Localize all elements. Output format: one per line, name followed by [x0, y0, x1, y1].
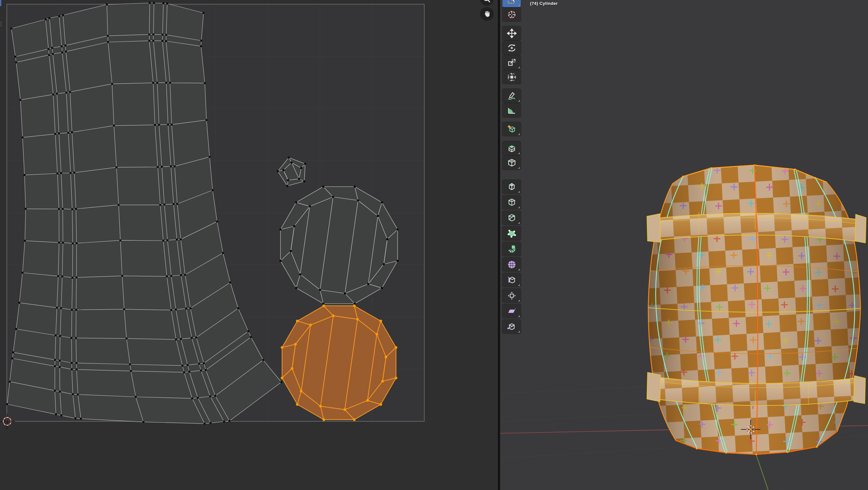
tool-button-bevel[interactable] [502, 180, 521, 194]
uv-vertex[interactable] [396, 228, 399, 231]
uv-vertex[interactable] [396, 260, 399, 262]
uv-vertex[interactable] [123, 308, 125, 310]
uv-vertex[interactable] [21, 272, 23, 274]
uv-vertex[interactable] [56, 172, 58, 174]
uv-vertex[interactable] [304, 163, 306, 165]
uv-vertex[interactable] [262, 359, 264, 361]
uv-vertex[interactable] [175, 308, 177, 311]
uv-vertex[interactable] [223, 420, 225, 422]
uv-vertex[interactable] [322, 304, 325, 307]
uv-vertex[interactable] [23, 174, 25, 176]
uv-vertex[interactable] [173, 203, 175, 205]
uv-vertex[interactable] [142, 421, 144, 423]
uv-vertex[interactable] [286, 185, 288, 187]
tool-button-transform[interactable] [502, 70, 521, 84]
uv-vertex[interactable] [70, 337, 72, 339]
uv-island-cap-top[interactable] [279, 186, 399, 305]
uv-vertex[interactable] [61, 52, 63, 54]
pane-divider[interactable] [498, 0, 500, 490]
uv-vertex[interactable] [322, 186, 324, 188]
uv-vertex[interactable] [281, 346, 283, 349]
uv-vertex[interactable] [163, 203, 165, 205]
uv-vertex[interactable] [165, 81, 167, 84]
uv-vertex[interactable] [367, 283, 370, 285]
uv-vertex[interactable] [59, 359, 61, 361]
uv-vertex[interactable] [152, 40, 154, 42]
uv-vertex[interactable] [71, 368, 72, 370]
uv-vertex[interactable] [379, 403, 382, 406]
uv-vertex[interactable] [210, 422, 212, 424]
uv-vertex[interactable] [73, 172, 75, 173]
uv-vertex[interactable] [332, 196, 334, 198]
tool-button-rotate[interactable] [502, 41, 521, 55]
uv-vertex[interactable] [54, 390, 56, 392]
uv-vertex[interactable] [60, 307, 62, 309]
uv-vertex[interactable] [294, 343, 297, 346]
uv-vertex[interactable] [191, 397, 193, 399]
uv-vertex[interactable] [237, 307, 239, 309]
uv-vertex[interactable] [129, 363, 131, 365]
uv-vertex[interactable] [21, 136, 23, 138]
tool-button-rip-region[interactable] [502, 320, 521, 334]
uv-vertex[interactable] [279, 228, 282, 231]
uv-vertex[interactable] [72, 242, 73, 244]
uv-vertex[interactable] [309, 205, 311, 207]
uv-vertex[interactable] [353, 304, 355, 307]
uv-vertex[interactable] [356, 318, 359, 320]
uv-vertex[interactable] [52, 53, 54, 55]
uv-vertex[interactable] [353, 302, 356, 305]
uv-vertex[interactable] [191, 337, 193, 339]
uv-vertex[interactable] [295, 201, 297, 203]
uv-vertex[interactable] [170, 275, 172, 277]
uv-vertex[interactable] [309, 324, 312, 326]
tool-button-shrink-fatten[interactable] [502, 289, 521, 302]
tool-button-scale[interactable] [502, 55, 521, 69]
uv-vertex[interactable] [167, 123, 169, 125]
uv-vertex[interactable] [58, 208, 60, 210]
tool-button-annotate[interactable] [502, 89, 521, 103]
uv-vertex[interactable] [203, 12, 205, 14]
uv-vertex[interactable] [75, 362, 78, 364]
uv-vertex[interactable] [353, 186, 356, 188]
uv-vertex[interactable] [157, 166, 159, 168]
tool-button-tweak-select-box[interactable] [502, 0, 521, 7]
uv-vertex[interactable] [74, 418, 76, 419]
uv-pan-gizmo[interactable] [480, 7, 494, 21]
uv-vertex[interactable] [107, 41, 109, 43]
tool-button-measure[interactable] [502, 103, 521, 117]
uv-vertex[interactable] [67, 132, 69, 134]
uv-vertex[interactable] [71, 276, 73, 279]
uv-vertex[interactable] [295, 287, 297, 289]
uv-vertex[interactable] [381, 201, 383, 203]
uv-vertex[interactable] [205, 369, 207, 371]
uv-vertex[interactable] [195, 336, 197, 338]
uv-vertex[interactable] [115, 166, 117, 168]
uv-toolbar-collapsed-tab[interactable] [0, 21, 3, 27]
uv-island-cap-bottom-selected[interactable] [281, 304, 397, 421]
uv-vertex[interactable] [165, 34, 167, 36]
uv-vertex[interactable] [200, 39, 202, 41]
uv-vertex[interactable] [319, 405, 322, 407]
uv-vertex[interactable] [48, 17, 50, 19]
uv-vertex[interactable] [161, 166, 163, 168]
tool-button-shear[interactable] [502, 304, 521, 318]
uv-vertex[interactable] [386, 238, 389, 240]
uv-vertex[interactable] [56, 307, 58, 308]
uv-vertex[interactable] [121, 275, 123, 277]
uv-vertex[interactable] [61, 275, 63, 277]
uv-vertex[interactable] [25, 208, 27, 210]
tool-button-loop-cut[interactable] [502, 195, 521, 209]
uv-vertex[interactable] [55, 413, 57, 415]
uv-vertex[interactable] [58, 241, 60, 243]
uv-vertex[interactable] [12, 351, 14, 353]
uv-vertex[interactable] [154, 124, 156, 126]
uv-vertex[interactable] [298, 178, 300, 180]
tool-button-extrude-region[interactable] [502, 141, 521, 155]
uv-vertex[interactable] [200, 369, 202, 371]
uv-vertex[interactable] [72, 393, 74, 395]
uv-vertex[interactable] [395, 377, 397, 379]
uv-vertex[interactable] [206, 119, 208, 121]
uv-vertex[interactable] [200, 45, 202, 47]
uv-vertex[interactable] [125, 337, 127, 339]
uv-vertex[interactable] [198, 363, 200, 365]
